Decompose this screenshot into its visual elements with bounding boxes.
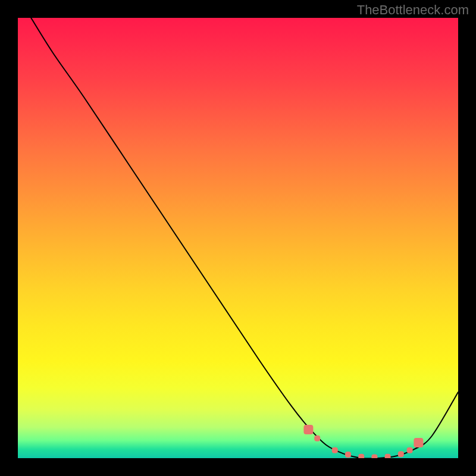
chart-marker [385, 454, 391, 458]
chart-marker [407, 447, 413, 453]
chart-marker [345, 452, 351, 458]
watermark-text: TheBottleneck.com [357, 2, 469, 18]
chart-svg [18, 18, 458, 458]
chart-plot-area [18, 18, 458, 458]
bottleneck-curve-path [31, 18, 458, 458]
chart-marker [358, 454, 364, 458]
chart-marker [414, 438, 423, 447]
chart-marker [332, 447, 338, 453]
chart-marker [314, 436, 320, 441]
chart-marker [398, 451, 404, 457]
chart-marker [371, 455, 377, 458]
chart-marker [303, 425, 313, 434]
